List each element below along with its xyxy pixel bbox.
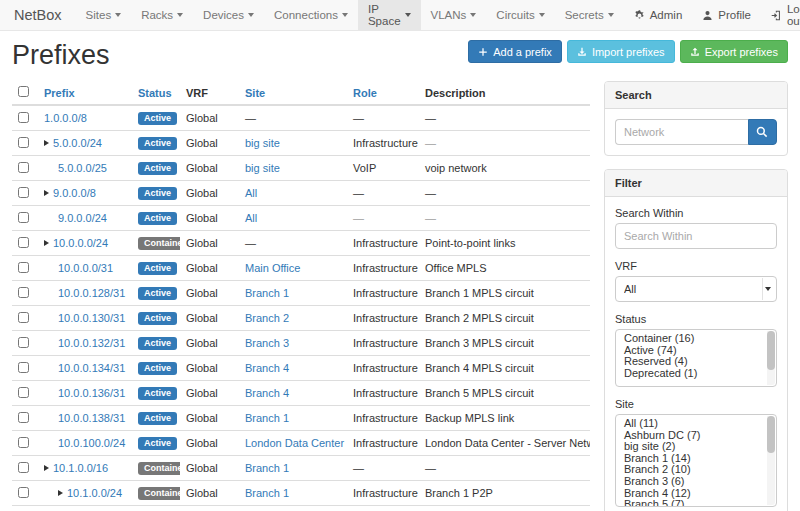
nav-item-vlans[interactable]: VLANs bbox=[421, 0, 487, 30]
description-cell: — bbox=[419, 456, 590, 481]
row-checkbox[interactable] bbox=[18, 487, 29, 498]
status-listbox[interactable]: Container (16)Active (74)Reserved (4)Dep… bbox=[615, 329, 777, 387]
nav-item-connections[interactable]: Connections bbox=[264, 0, 358, 30]
prefix-link[interactable]: 5.0.0.0/24 bbox=[53, 137, 102, 149]
row-checkbox[interactable] bbox=[18, 462, 29, 473]
listbox-option[interactable]: Container (16) bbox=[616, 333, 764, 345]
nav-item-circuits[interactable]: Circuits bbox=[486, 0, 554, 30]
nav-item-admin[interactable]: Admin bbox=[624, 0, 693, 30]
nav-item-label: Connections bbox=[274, 9, 338, 21]
prefix-cell: 10.0.0.138/31 bbox=[38, 406, 132, 431]
row-checkbox[interactable] bbox=[18, 287, 29, 298]
nav-item-log-out[interactable]: Log out bbox=[761, 0, 800, 30]
row-checkbox[interactable] bbox=[18, 212, 29, 223]
nav-item-profile[interactable]: Profile bbox=[692, 0, 761, 30]
site-link[interactable]: big site bbox=[245, 162, 280, 174]
status-cell: Active bbox=[132, 431, 180, 456]
row-checkbox[interactable] bbox=[18, 387, 29, 398]
nav-item-sites[interactable]: Sites bbox=[76, 0, 132, 30]
select-all-checkbox[interactable] bbox=[18, 86, 29, 97]
description-cell: Backup MPLS link bbox=[419, 406, 590, 431]
search-input[interactable] bbox=[615, 119, 748, 145]
table-header-row: PrefixStatusVRFSiteRoleDescription bbox=[12, 81, 590, 105]
row-checkbox[interactable] bbox=[18, 187, 29, 198]
column-header-site[interactable]: Site bbox=[239, 81, 347, 105]
site-cell: Branch 1 bbox=[239, 481, 347, 506]
site-link[interactable]: Branch 1 bbox=[245, 462, 289, 474]
column-header-role[interactable]: Role bbox=[347, 81, 419, 105]
site-link[interactable]: London Data Center bbox=[245, 437, 344, 449]
site-link[interactable]: Branch 4 bbox=[245, 362, 289, 374]
prefix-cell: 10.0.0.0/31 bbox=[38, 256, 132, 281]
nav-item-ip-space[interactable]: IP Space bbox=[358, 0, 421, 30]
prefix-link[interactable]: 1.0.0.0/8 bbox=[44, 112, 87, 124]
site-link[interactable]: Branch 4 bbox=[245, 387, 289, 399]
site-link[interactable]: Main Office bbox=[245, 262, 300, 274]
prefix-link[interactable]: 10.1.0.0/24 bbox=[67, 487, 122, 499]
row-checkbox[interactable] bbox=[18, 437, 29, 448]
site-cell: big site bbox=[239, 131, 347, 156]
row-checkbox[interactable] bbox=[18, 362, 29, 373]
prefix-link[interactable]: 9.0.0.0/24 bbox=[58, 212, 107, 224]
site-link[interactable]: Branch 3 bbox=[245, 337, 289, 349]
listbox-option[interactable]: Branch 5 (7) bbox=[616, 499, 764, 507]
scrollbar[interactable] bbox=[767, 331, 775, 385]
status-cell: Active bbox=[132, 331, 180, 356]
import-prefixes-button[interactable]: Import prefixes bbox=[567, 40, 675, 63]
prefix-link[interactable]: 5.0.0.0/25 bbox=[58, 162, 107, 174]
brand-netbox[interactable]: NetBox bbox=[0, 0, 76, 30]
prefix-link[interactable]: 10.0.0.0/31 bbox=[58, 262, 113, 274]
listbox-option[interactable]: All (11) bbox=[616, 418, 764, 430]
export-prefixes-button[interactable]: Export prefixes bbox=[680, 40, 788, 63]
prefix-link[interactable]: 10.1.0.0/16 bbox=[53, 462, 108, 474]
row-checkbox[interactable] bbox=[18, 237, 29, 248]
status-cell: Active bbox=[132, 105, 180, 131]
site-link[interactable]: All bbox=[245, 187, 257, 199]
row-checkbox[interactable] bbox=[18, 412, 29, 423]
row-checkbox[interactable] bbox=[18, 262, 29, 273]
nav-item-racks[interactable]: Racks bbox=[131, 0, 193, 30]
column-header-status[interactable]: Status bbox=[132, 81, 180, 105]
site-link[interactable]: All bbox=[245, 212, 257, 224]
description-cell: — bbox=[419, 181, 590, 206]
prefix-link[interactable]: 10.0.0.136/31 bbox=[58, 387, 125, 399]
search-button[interactable] bbox=[748, 119, 777, 145]
prefix-link[interactable]: 10.0.0.134/31 bbox=[58, 362, 125, 374]
nav-item-devices[interactable]: Devices bbox=[193, 0, 264, 30]
prefix-link[interactable]: 10.0.0.132/31 bbox=[58, 337, 125, 349]
prefix-link[interactable]: 10.0.0.0/24 bbox=[53, 237, 108, 249]
prefix-link[interactable]: 10.0.0.130/31 bbox=[58, 312, 125, 324]
search-within-input[interactable] bbox=[615, 223, 777, 249]
status-cell: Active bbox=[132, 306, 180, 331]
add-a-prefix-button[interactable]: Add a prefix bbox=[468, 40, 562, 63]
prefix-link[interactable]: 10.0.100.0/24 bbox=[58, 437, 125, 449]
site-cell: Branch 3 bbox=[239, 331, 347, 356]
status-cell: Active bbox=[132, 281, 180, 306]
site-link[interactable]: Branch 1 bbox=[245, 287, 289, 299]
prefix-link[interactable]: 10.0.0.128/31 bbox=[58, 287, 125, 299]
description-cell: Branch 2 MPLS circuit bbox=[419, 306, 590, 331]
role-cell: — bbox=[347, 105, 419, 131]
row-checkbox[interactable] bbox=[18, 162, 29, 173]
prefix-link[interactable]: 10.0.0.138/31 bbox=[58, 412, 125, 424]
column-header-prefix[interactable]: Prefix bbox=[38, 81, 132, 105]
nav-item-secrets[interactable]: Secrets bbox=[555, 0, 624, 30]
prefix-link[interactable]: 9.0.0.0/8 bbox=[53, 187, 96, 199]
table-row: 9.0.0.0/24ActiveGlobalAll—— bbox=[12, 206, 590, 231]
export-icon bbox=[690, 47, 700, 57]
row-checkbox[interactable] bbox=[18, 112, 29, 123]
listbox-option[interactable]: Deprecated (1) bbox=[616, 368, 764, 380]
site-link[interactable]: Branch 1 bbox=[245, 487, 289, 499]
site-link[interactable]: big site bbox=[245, 137, 280, 149]
role-cell: — bbox=[347, 506, 419, 511]
empty-value: — bbox=[425, 462, 436, 474]
scrollbar[interactable] bbox=[767, 416, 775, 505]
site-link[interactable]: Branch 2 bbox=[245, 312, 289, 324]
listbox-option[interactable]: Branch 3 (6) bbox=[616, 476, 764, 488]
site-listbox[interactable]: All (11)Ashburn DC (7)big site (2)Branch… bbox=[615, 414, 777, 507]
vrf-select[interactable]: All bbox=[615, 276, 777, 302]
row-checkbox[interactable] bbox=[18, 337, 29, 348]
row-checkbox[interactable] bbox=[18, 137, 29, 148]
site-link[interactable]: Branch 1 bbox=[245, 412, 289, 424]
row-checkbox[interactable] bbox=[18, 312, 29, 323]
